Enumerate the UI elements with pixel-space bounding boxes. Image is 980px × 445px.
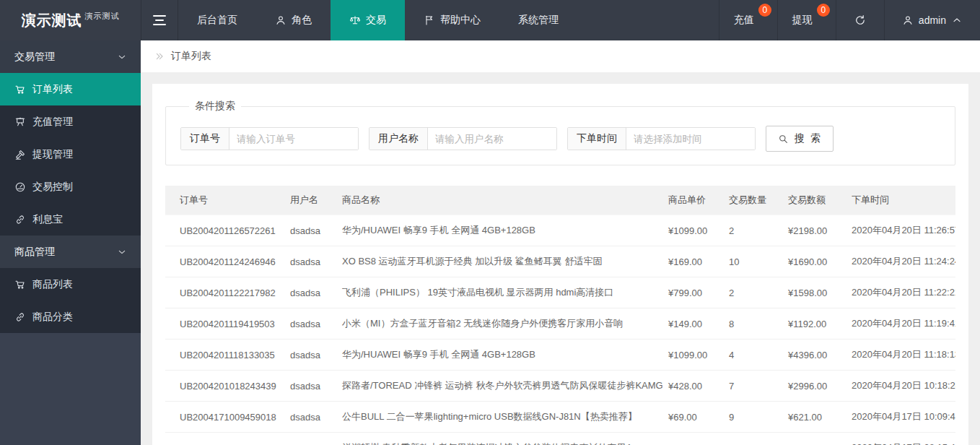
column-header: 交易数量 (723, 186, 782, 215)
content-card: 条件搜索 订单号 用户名称 下单时间 搜 索 (152, 84, 968, 445)
menu-toggle-icon[interactable] (141, 0, 178, 40)
cell-order-no: UB2004201122217982 (165, 277, 284, 308)
cell-amount: ¥1690.00 (782, 246, 846, 277)
cell-product-name: 公牛BULL 二合一苹果lighting+micro USB数据线GN-J81N… (336, 402, 662, 433)
cell-order-no: UB2004201118133035 (165, 340, 284, 371)
sidebar-item-4[interactable]: 交易控制 (0, 170, 141, 203)
nav-item-0[interactable]: 后台首页 (178, 0, 256, 40)
sidebar-group-6[interactable]: 商品管理 (0, 236, 141, 268)
table-row: UB2004201118133035dsadsa华为/HUAWEI 畅享9 手机… (165, 340, 955, 371)
sidebar-item-label: 提现管理 (32, 148, 73, 161)
link-icon (14, 214, 26, 225)
chevron-down-icon (116, 51, 128, 63)
cell-amount: ¥1598.00 (782, 277, 846, 308)
cell-order-time: 2020年04月20日 11:22:21 (846, 277, 955, 308)
cell-amount: ¥4396.00 (782, 340, 846, 371)
cell-order-no: UB2004171009459018 (165, 402, 284, 433)
field-input[interactable] (626, 128, 755, 150)
search-button[interactable]: 搜 索 (766, 126, 834, 152)
sidebar-item-label: 商品列表 (32, 278, 73, 291)
recharge-button[interactable]: 充值 0 (719, 0, 777, 40)
quick-label: 提现 (792, 14, 813, 27)
sidebar-item-3[interactable]: 提现管理 (0, 138, 141, 170)
search-button-label: 搜 索 (795, 132, 822, 145)
notification-badge: 0 (817, 4, 830, 17)
table-header-row: 订单号用户名商品名称商品单价交易数量交易数额下单时间 (165, 186, 955, 215)
table-row: UB2004201122217982dsadsa飞利浦（PHILIPS） 19英… (165, 277, 955, 308)
user-menu[interactable]: admin (884, 0, 980, 40)
refresh-icon (854, 14, 867, 27)
cell-unit-price: ¥126.42 (662, 433, 723, 445)
sidebar-item-label: 交易控制 (32, 181, 73, 194)
nav-item-3[interactable]: 帮助中心 (405, 0, 499, 40)
cell-unit-price: ¥169.00 (662, 246, 723, 277)
nav-item-1[interactable]: 角色 (256, 0, 331, 40)
refresh-button[interactable] (836, 0, 884, 40)
cell-username: dsadsa (284, 433, 336, 445)
breadcrumb-current: 订单列表 (171, 50, 211, 63)
search-panel-title: 条件搜索 (189, 100, 241, 113)
cell-product-name: 探路者/TOREAD 冲锋裤 运动裤 秋冬户外软壳裤男透气防风保暖徒步裤KAMG… (336, 371, 662, 402)
cell-product-name: 小米（MI）方盒子蓝牙音箱2 无线迷你随身户外便携客厅家用小音响 (336, 308, 662, 340)
search-field-0: 订单号 (180, 127, 359, 150)
withdraw-button[interactable]: 提现 0 (777, 0, 836, 40)
sidebar-item-7[interactable]: 商品列表 (0, 268, 141, 301)
app-logo-sup: 演示测试 (85, 11, 120, 22)
search-field-1: 用户名称 (369, 127, 557, 150)
column-header: 商品名称 (336, 186, 662, 215)
cell-order-no: UB2004201124246946 (165, 246, 284, 277)
search-form: 订单号 用户名称 下单时间 搜 索 (180, 126, 940, 152)
cell-order-time: 2020年04月20日 11:19:41 (846, 308, 955, 340)
cell-quantity: 4 (723, 340, 782, 371)
cell-order-no: UB2004170815431650 (165, 433, 284, 445)
orders-table: 订单号用户名商品名称商品单价交易数量交易数额下单时间 UB20042011265… (165, 186, 955, 445)
nav-item-label: 系统管理 (518, 14, 559, 27)
nav-item-2[interactable]: 交易 (331, 0, 405, 40)
sidebar-item-5[interactable]: 利息宝 (0, 203, 141, 236)
chevron-up-icon (951, 14, 963, 26)
gavel-icon (14, 149, 26, 160)
link-icon (14, 311, 26, 323)
nav-item-label: 交易 (366, 14, 386, 27)
cell-quantity: 2 (723, 433, 782, 445)
sidebar-item-8[interactable]: 商品分类 (0, 301, 141, 333)
table-row: UB2004201124246946dsadsaXO BS8 运动蓝牙耳机源于经… (165, 246, 955, 277)
cell-quantity: 2 (723, 215, 782, 246)
orders-table-wrap: 订单号用户名商品名称商品单价交易数量交易数额下单时间 UB20042011265… (165, 186, 955, 445)
cell-order-time: 2020年04月20日 10:18:24 (846, 371, 955, 402)
cell-amount: ¥621.00 (782, 402, 846, 433)
cell-username: dsadsa (284, 277, 336, 308)
field-input[interactable] (428, 128, 556, 150)
nav-item-4[interactable]: 系统管理 (499, 0, 577, 40)
column-header: 用户名 (284, 186, 336, 215)
cell-amount: ¥252.84 (782, 433, 846, 445)
sidebar-item-1[interactable]: 订单列表 (0, 73, 141, 105)
cell-username: dsadsa (284, 246, 336, 277)
cell-product-name: 飞利浦（PHILIPS） 19英寸液晶电视机 显示器两用 hdmi高清接口 (336, 277, 662, 308)
table-row: UB2004201119419503dsadsa小米（MI）方盒子蓝牙音箱2 无… (165, 308, 955, 340)
table-row: UB2004201018243439dsadsa探路者/TOREAD 冲锋裤 运… (165, 371, 955, 402)
table-row: UB2004201126572261dsadsa华为/HUAWEI 畅享9 手机… (165, 215, 955, 246)
sidebar-item-2[interactable]: 充值管理 (0, 105, 141, 138)
topbar: 演示测试 演示测试 后台首页 角色 交易 帮助中心 系统管理 充值 0 提现 0 (0, 0, 980, 40)
cart-icon (14, 279, 26, 290)
cell-order-time: 2020年04月20日 11:18:13 (846, 340, 955, 371)
sidebar-item-label: 订单列表 (32, 83, 73, 96)
cell-order-no: UB2004201126572261 (165, 215, 284, 246)
field-label: 订单号 (181, 128, 229, 150)
cell-username: dsadsa (284, 402, 336, 433)
cell-quantity: 8 (723, 308, 782, 340)
cell-amount: ¥1192.00 (782, 308, 846, 340)
search-field-2: 下单时间 (567, 127, 756, 150)
board-icon (14, 116, 26, 128)
field-input[interactable] (229, 128, 358, 150)
cart-icon (14, 84, 26, 95)
nav-item-label: 帮助中心 (440, 14, 481, 27)
sidebar-group-0[interactable]: 交易管理 (0, 40, 141, 73)
top-nav: 后台首页 角色 交易 帮助中心 系统管理 (178, 0, 577, 40)
app-logo[interactable]: 演示测试 演示测试 (0, 0, 141, 40)
sidebar-group-label: 商品管理 (14, 246, 55, 259)
nav-item-label: 后台首页 (197, 14, 237, 27)
double-chevron-right-icon (154, 51, 165, 62)
cell-amount: ¥2996.00 (782, 371, 846, 402)
